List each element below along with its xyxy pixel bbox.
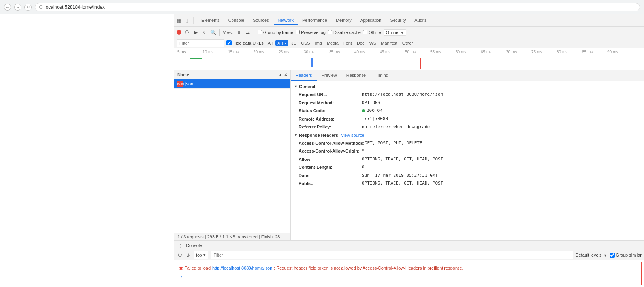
detail-status-code: Status Code: 200 OK [291, 107, 644, 115]
view-list-icon[interactable]: ≡ [236, 29, 242, 36]
public-key: Public: [299, 180, 362, 187]
top-label: top [196, 253, 202, 257]
tick-10ms: 10 ms [203, 48, 228, 56]
error-text-after: : Request header field token is not allo… [274, 265, 463, 272]
status-bar: 1 / 3 requests | 293 B / 1.1 KB transfer… [174, 233, 290, 240]
forward-button[interactable]: → [14, 4, 21, 11]
console-filter-input[interactable] [211, 251, 573, 259]
access-methods-key: Access-Control-Allow-Methods: [299, 140, 365, 147]
offline-check[interactable]: Offline [363, 30, 381, 35]
default-levels[interactable]: Default levels ▼ [576, 253, 607, 257]
detail-allow: Allow: OPTIONS, TRACE, GET, HEAD, POST [291, 155, 644, 164]
console-clear-icon[interactable]: ⎔ [177, 252, 183, 258]
offline-input[interactable] [363, 30, 367, 34]
filter-css[interactable]: CSS [299, 40, 312, 46]
disable-cache-input[interactable] [328, 30, 332, 34]
top-dropdown[interactable]: top ▼ [194, 251, 208, 259]
address-bar[interactable]: ⓘ localhost:52818/Home/Index [35, 3, 640, 11]
request-item-json[interactable]: JSON json [174, 79, 290, 89]
tab-network[interactable]: Network [274, 16, 298, 25]
requests-panel: Name ▲ × JSON json 1 / 3 requests | 293 … [174, 70, 291, 240]
tick-35ms: 35 ms [329, 48, 354, 56]
general-section-header[interactable]: ▼ General [291, 83, 644, 91]
hide-urls-check[interactable]: Hide data URLs [226, 40, 264, 45]
tab-memory[interactable]: Memory [332, 16, 356, 25]
tick-65ms: 65 ms [481, 48, 506, 56]
tick-45ms: 45 ms [380, 48, 405, 56]
tick-55ms: 55 ms [430, 48, 456, 56]
tick-15ms: 15 ms [228, 48, 253, 56]
tick-85ms: 85 ms [582, 48, 607, 56]
sort-icon[interactable]: ▲ [279, 73, 282, 77]
console-block-icon[interactable]: ◭ [185, 252, 192, 258]
error-link[interactable]: http://localhost:8080/home/json [212, 265, 272, 272]
filter-ws[interactable]: WS [367, 40, 378, 46]
timeline-bar-green [190, 58, 202, 59]
group-by-frame-check[interactable]: Group by frame [258, 30, 293, 35]
tab-timing[interactable]: Timing [371, 70, 393, 81]
inspect-icon[interactable]: ▦ [176, 17, 182, 24]
filter-doc[interactable]: Doc [355, 40, 367, 46]
request-method-val: OPTIONS [362, 100, 380, 106]
error-icon: ✖ [179, 265, 183, 272]
clear-icon[interactable]: ⎔ [184, 29, 190, 36]
status-code-key: Status Code: [299, 108, 362, 114]
filter-types: All XHR JS CSS Img Media Font Doc WS Man… [266, 40, 415, 46]
tab-performance[interactable]: Performance [298, 16, 331, 25]
detail-referrer-policy: Referrer Policy: no-referrer-when-downgr… [291, 123, 644, 131]
timeline-ruler: 5 ms 10 ms 15 ms 20 ms 25 ms 30 ms 35 ms… [174, 48, 644, 70]
tab-audits[interactable]: Audits [411, 16, 431, 25]
group-by-frame-input[interactable] [258, 30, 262, 34]
device-icon[interactable]: ▯ [184, 17, 190, 24]
filter-font[interactable]: Font [341, 40, 354, 46]
content-length-val: 0 [362, 164, 365, 171]
preserve-log-input[interactable] [296, 30, 300, 34]
filter-img[interactable]: Img [313, 40, 324, 46]
online-badge[interactable]: Online ▼ [384, 29, 407, 36]
camera-icon[interactable]: ▶ [192, 29, 199, 36]
tab-console[interactable]: Console [224, 16, 248, 25]
search-icon[interactable]: 🔍 [210, 29, 216, 36]
filter-js[interactable]: JS [289, 40, 298, 46]
tab-security[interactable]: Security [386, 16, 410, 25]
preserve-log-check[interactable]: Preserve log [296, 30, 326, 35]
default-levels-label: Default levels [576, 253, 602, 257]
tab-preview[interactable]: Preview [317, 70, 342, 81]
close-details-icon[interactable]: × [284, 72, 287, 77]
tick-50ms: 50 ms [405, 48, 430, 56]
tab-application[interactable]: Application [356, 16, 386, 25]
filter-media[interactable]: Media [325, 40, 341, 46]
view-source-link[interactable]: view source [341, 133, 364, 138]
detail-request-url: Request URL: http://localhost:8080/home/… [291, 91, 644, 99]
tab-elements[interactable]: Elements [198, 16, 224, 25]
status-green-dot [362, 109, 365, 112]
filter-all[interactable]: All [266, 40, 275, 46]
offline-label: Offline [369, 30, 381, 35]
group-similar-checkbox[interactable] [610, 253, 615, 258]
lock-icon: ⓘ [39, 4, 43, 10]
hide-urls-checkbox[interactable] [226, 40, 232, 45]
remote-address-val: [::1]:8080 [362, 116, 388, 123]
console-error-line: ✖ Failed to load http://localhost:8080/h… [179, 264, 639, 273]
filter-other[interactable]: Other [400, 40, 415, 46]
devtools-icon-area: ▦ ▯ [176, 17, 194, 24]
response-headers-section-header[interactable]: ▼ Response Headers view source [291, 131, 644, 139]
console-divider: 〉 Console [174, 240, 644, 250]
console-expand-icon[interactable]: 〉 [177, 242, 184, 249]
disable-cache-check[interactable]: Disable cache [328, 30, 361, 35]
filter-xhr[interactable]: XHR [275, 40, 288, 46]
tab-response[interactable]: Response [342, 70, 371, 81]
refresh-button[interactable]: ↻ [24, 4, 32, 11]
filter-manifest[interactable]: Manifest [379, 40, 399, 46]
filter-row: Hide data URLs All XHR JS CSS Img Media … [174, 38, 644, 48]
filter-icon[interactable]: ▿ [201, 29, 207, 36]
tab-sources[interactable]: Sources [249, 16, 273, 25]
view-grid-icon[interactable]: ⇄ [245, 29, 251, 36]
group-similar-check[interactable]: Group similar [610, 253, 642, 258]
record-button[interactable] [177, 30, 181, 35]
back-button[interactable]: ← [4, 4, 11, 11]
tab-headers[interactable]: Headers [291, 70, 317, 81]
date-key: Date: [299, 172, 362, 179]
console-prompt[interactable]: › [179, 273, 639, 280]
filter-input[interactable] [177, 39, 224, 47]
